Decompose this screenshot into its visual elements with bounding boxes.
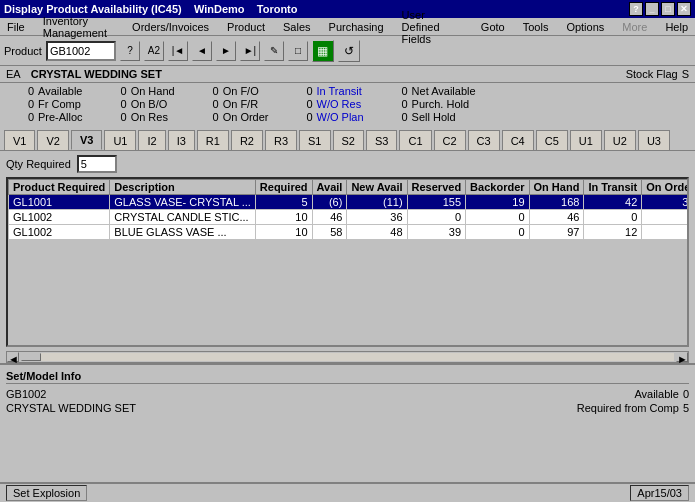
nav-prev-button[interactable]: ◄ [192,41,212,61]
tab-u2[interactable]: U2 [604,130,636,150]
menu-item-inventory-management[interactable]: Inventory Management [40,14,117,40]
product-input[interactable] [46,41,116,61]
tab-v3[interactable]: V3 [71,130,102,150]
table-cell: (11) [347,195,407,210]
menu-item-tools[interactable]: Tools [520,20,552,34]
icon1[interactable]: ▦ [312,40,334,62]
tab-v2[interactable]: V2 [37,130,68,150]
col-header: Avail [312,180,347,195]
menu-item-goto[interactable]: Goto [478,20,508,34]
h-scroll-track[interactable] [21,353,674,361]
stat-value: 0 [380,98,408,110]
tab-u1[interactable]: U1 [104,130,136,150]
stock-flag-label: Stock Flag [626,68,678,80]
stat-value: 0 [6,85,34,97]
col-header: Backorder [466,180,529,195]
minimize-button[interactable]: _ [645,2,659,16]
tab-s3[interactable]: S3 [366,130,397,150]
required-from-comp-label: Required from Comp [577,402,679,414]
tab-c2[interactable]: C2 [434,130,466,150]
stat-row: 0On Hand [99,85,175,97]
nav-next-button[interactable]: ► [216,41,236,61]
menu-item-help[interactable]: Help [662,20,691,34]
table-cell: GLASS VASE- CRYSTAL ... [110,195,256,210]
menu-item-more[interactable]: More [619,20,650,34]
h-scroll-thumb[interactable] [21,353,41,361]
stat-value: 0 [191,111,219,123]
nav-first-button[interactable]: |◄ [168,41,188,61]
set-model-body: GB1002 CRYSTAL WEDDING SET Available 0 R… [6,388,689,414]
stat-row: 0On B/O [99,98,175,110]
status-right: Apr15/03 [630,485,689,501]
product-label: Product [4,45,42,57]
scroll-right-button[interactable]: ► [676,352,688,362]
table-cell: 5 [255,195,312,210]
product-name: CRYSTAL WEDDING SET [31,68,162,80]
menu-item-orders/invoices[interactable]: Orders/Invoices [129,20,212,34]
tab-v1[interactable]: V1 [4,130,35,150]
view-button[interactable]: □ [288,41,308,61]
tab-i3[interactable]: I3 [168,130,195,150]
stat-label: On F/R [223,98,258,110]
stat-label: Sell Hold [412,111,456,123]
unit-of-measure: EA [6,68,21,80]
tab-u1b[interactable]: U1 [570,130,602,150]
icon2[interactable]: ↺ [338,40,360,62]
available-label: Available [634,388,678,400]
tab-c4[interactable]: C4 [502,130,534,150]
stat-row: 0Pre-Alloc [6,111,83,123]
edit-button[interactable]: ✎ [264,41,284,61]
table-cell: GL1001 [9,195,110,210]
table-row[interactable]: GL1001GLASS VASE- CRYSTAL ...5(6)(11)155… [9,195,690,210]
nav-last-button[interactable]: ►| [240,41,260,61]
stat-value: 0 [99,111,127,123]
table-row[interactable]: GL1002BLUE GLASS VASE ...105848390971200… [9,225,690,240]
stat-value: 0 [6,98,34,110]
col-header: On Order [642,180,689,195]
tab-r1[interactable]: R1 [197,130,229,150]
stat-row: 0In Transit [285,85,364,97]
tab-r3[interactable]: R3 [265,130,297,150]
scroll-left-button[interactable]: ◄ [7,352,19,362]
menu-item-purchasing[interactable]: Purchasing [326,20,387,34]
table-cell: 36 [347,210,407,225]
stat-value: 0 [285,85,313,97]
tab-c3[interactable]: C3 [468,130,500,150]
stat-label: On Order [223,111,269,123]
stat-label: W/O Plan [317,111,364,123]
stat-row: 0On F/R [191,98,269,110]
product-search-button[interactable]: ? [120,41,140,61]
menu-item-options[interactable]: Options [563,20,607,34]
col-header: Reserved [407,180,466,195]
h-scrollbar[interactable]: ◄ ► [6,351,689,363]
available-value: 0 [683,388,689,400]
menu-item-file[interactable]: File [4,20,28,34]
table-cell: BLUE GLASS VASE ... [110,225,256,240]
stat-label: Available [38,85,82,97]
stat-value: 0 [285,111,313,123]
tab-c5[interactable]: C5 [536,130,568,150]
close-button[interactable]: ✕ [677,2,691,16]
menu-item-sales[interactable]: Sales [280,20,314,34]
table-row[interactable]: GL1002CRYSTAL CANDLE STIC...104636004600 [9,210,690,225]
table-cell: 0 [642,210,689,225]
menu-item-product[interactable]: Product [224,20,268,34]
qty-required-input[interactable] [77,155,117,173]
set-model-info-panel: Set/Model Info GB1002 CRYSTAL WEDDING SE… [0,363,695,418]
tab-c1[interactable]: C1 [399,130,431,150]
tab-u3[interactable]: U3 [638,130,670,150]
a2-button[interactable]: A2 [144,41,164,61]
tab-s1[interactable]: S1 [299,130,330,150]
maximize-button[interactable]: □ [661,2,675,16]
product-info-bar: EA CRYSTAL WEDDING SET Stock Flag S [0,66,695,83]
tab-i2[interactable]: I2 [138,130,165,150]
menu-item-user-defined-fields[interactable]: User Defined Fields [399,8,466,46]
help-button[interactable]: ? [629,2,643,16]
tab-r2[interactable]: R2 [231,130,263,150]
table-cell: 42 [584,195,642,210]
stock-flag-value: S [682,68,689,80]
tab-s2[interactable]: S2 [333,130,364,150]
stat-value: 0 [380,111,408,123]
main-content: Qty Required Product RequiredDescription… [0,151,695,351]
tab-bar: V1V2V3U1I2I3R1R2R3S1S2S3C1C2C3C4C5U1U2U3 [0,127,695,151]
